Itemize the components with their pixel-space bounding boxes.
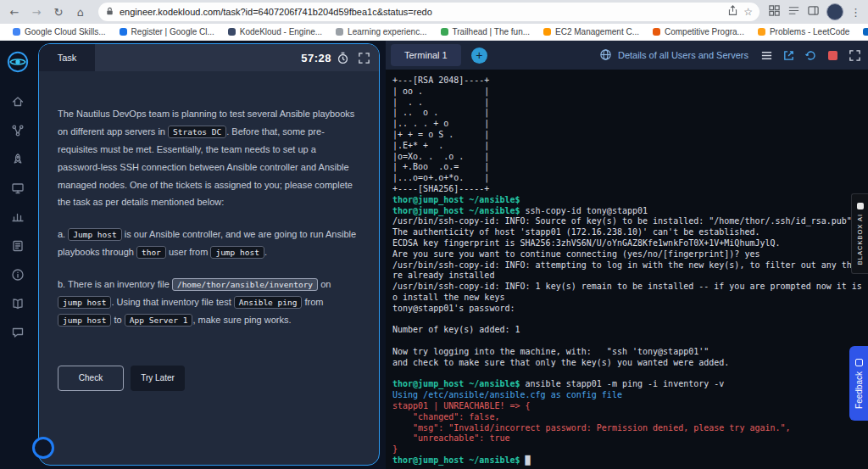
reading-list-icon[interactable] — [787, 4, 800, 20]
terminal-line: | .. o . | — [392, 108, 868, 119]
terminal-line: The authenticity of host 'stapp01 (172.1… — [392, 227, 868, 238]
terminal-line: and check to make sure that only the key… — [392, 358, 868, 369]
address-bar[interactable]: engineer.kodekloud.com/task?id=6407206f7… — [98, 3, 760, 21]
profile-avatar[interactable] — [826, 3, 843, 20]
task-text: on — [318, 279, 331, 289]
terminal-menu-icon[interactable] — [760, 49, 773, 62]
bookmark-label: Google Cloud Skills... — [25, 27, 106, 36]
terminal-line: ECDSA key fingerprint is SHA256:3zhVS6N/… — [392, 238, 868, 249]
stats-icon[interactable] — [11, 210, 25, 224]
screen: ← → ↻ ⌂ engineer.kodekloud.com/task?id=6… — [0, 0, 868, 469]
bookmark-label: Trailhead | The fun... — [453, 27, 531, 36]
task-actions: Check Try Later — [39, 343, 379, 391]
task-tab[interactable]: Task — [39, 44, 95, 71]
browser-menu-icon[interactable]: ⋮ — [850, 6, 861, 19]
terminal-line: o install the new keys — [392, 293, 868, 304]
terminal-line: |o=Xo. . .o . | — [392, 152, 868, 163]
task-text: . Using that inventory file test — [111, 297, 233, 307]
share-icon[interactable] — [727, 4, 738, 20]
bookmark-item[interactable]: (4) Feed | LinkedIn — [857, 25, 868, 38]
side-panel-icon[interactable] — [807, 4, 820, 20]
bookmark-item[interactable]: Competitive Progra... — [647, 25, 750, 38]
inline-code: Stratos DC — [168, 126, 226, 138]
bookmark-item[interactable]: Google Cloud Skills... — [7, 25, 112, 38]
terminal-line: /usr/bin/ssh-copy-id: INFO: Source of ke… — [392, 216, 868, 227]
back-button[interactable]: ← — [5, 3, 24, 21]
bookmark-item[interactable]: Learning experienc... — [330, 25, 432, 38]
stop-terminal-icon[interactable] — [826, 49, 839, 62]
terminal-cursor: █ — [526, 455, 531, 465]
task-panel: Task 57:28 The Nautilus DevOps team is p… — [38, 43, 380, 466]
terminal-line: |.E+* + . | — [392, 141, 868, 152]
bookmark-item[interactable]: Register | Google Cl... — [114, 25, 220, 38]
app-sidebar — [0, 41, 36, 469]
task-text: . — [264, 247, 267, 257]
help-chat-bubble[interactable] — [32, 437, 54, 459]
learning-path-icon[interactable] — [11, 124, 25, 137]
task-header: Task 57:28 — [39, 44, 379, 71]
extensions-icon[interactable] — [768, 4, 781, 20]
home-icon[interactable] — [11, 95, 25, 109]
forward-button[interactable]: → — [27, 3, 46, 21]
task-timer: 57:28 — [301, 52, 331, 64]
bookmark-label: Competitive Progra... — [665, 27, 744, 36]
bookmark-favicon — [13, 28, 20, 36]
kodekloud-logo[interactable] — [7, 51, 29, 73]
bookmark-item[interactable]: Trailhead | The fun... — [435, 25, 537, 38]
timer-clock-icon — [337, 52, 349, 64]
try-later-button[interactable]: Try Later — [131, 366, 185, 391]
terminal-line: /usr/bin/ssh-copy-id: INFO: attempting t… — [392, 260, 868, 271]
feedback-tab[interactable]: Feedback — [849, 346, 868, 421]
bookmark-item[interactable]: EC2 Management C... — [537, 25, 645, 38]
terminal-line: Number of key(s) added: 1 — [392, 325, 868, 336]
open-new-window-icon[interactable] — [782, 49, 795, 62]
bookmark-item[interactable]: Problems - LeetCode — [752, 25, 856, 38]
inline-code: jump host — [58, 296, 111, 309]
terminal-line: |+ + = o S . | — [392, 130, 868, 141]
task-text: to — [111, 315, 124, 325]
info-icon[interactable] — [11, 268, 25, 282]
bookmark-favicon — [120, 28, 127, 36]
task-fullscreen-icon[interactable] — [358, 52, 370, 64]
terminal-line: Using /etc/ansible/ansible.cfg as config… — [392, 390, 868, 401]
bookmark-star-icon[interactable]: ☆ — [743, 6, 753, 18]
details-link[interactable]: Details of all Users and Servers — [599, 48, 748, 63]
history-reset-icon[interactable] — [804, 49, 817, 62]
certificate-icon[interactable] — [11, 239, 25, 253]
terminal-tab[interactable]: Terminal 1 — [391, 44, 461, 66]
blackbox-label: BLACKBOX AI — [856, 214, 864, 265]
home-button[interactable]: ⌂ — [71, 3, 90, 21]
reload-button[interactable]: ↻ — [49, 3, 68, 21]
inline-code: Ansible ping — [234, 296, 303, 309]
bookmark-favicon — [653, 28, 660, 36]
terminal-fullscreen-icon[interactable] — [849, 49, 861, 62]
blackbox-ai-tab[interactable]: BLACKBOX AI — [851, 193, 868, 274]
workspace: Task 57:28 The Nautilus DevOps team is p… — [0, 41, 868, 469]
bookmark-item[interactable]: KodeKloud - Engine... — [222, 25, 328, 38]
terminal-header: Terminal 1 + Details of all Users and Se… — [386, 41, 868, 70]
bookmark-label: EC2 Management C... — [555, 27, 639, 36]
blackbox-logo-icon — [857, 203, 864, 209]
bookmark-favicon — [228, 28, 236, 36]
terminal-line — [392, 336, 868, 347]
playground-icon[interactable] — [11, 181, 25, 195]
rocket-icon[interactable] — [11, 153, 25, 166]
bookmarks-bar: Google Cloud Skills...Register | Google … — [0, 24, 868, 41]
terminal-line: re already installed — [392, 271, 868, 282]
details-label: Details of all Users and Servers — [618, 50, 748, 60]
terminal-output[interactable]: +---[RSA 2048]----+| oo . || . . || .. o… — [386, 70, 868, 469]
task-text: b. There is an inventory file — [58, 279, 172, 289]
url-text: engineer.kodekloud.com/task?id=6407206f7… — [120, 7, 722, 17]
task-text: from — [302, 297, 323, 307]
terminal-line: stapp01 | UNREACHABLE! => { — [392, 401, 868, 412]
terminal-line: +----[SHA256]-----+ — [392, 184, 868, 195]
check-button[interactable]: Check — [58, 366, 124, 391]
new-terminal-button[interactable]: + — [471, 47, 487, 64]
terminal-line: thor@jump_host ~/ansible$ — [392, 195, 868, 206]
docs-icon[interactable] — [11, 297, 25, 310]
terminal-line — [392, 369, 868, 380]
terminal-actions — [760, 49, 861, 62]
terminal-line: /usr/bin/ssh-copy-id: INFO: 1 key(s) rem… — [392, 282, 868, 293]
terminal-line: } — [392, 444, 868, 455]
chat-icon[interactable] — [11, 326, 25, 339]
